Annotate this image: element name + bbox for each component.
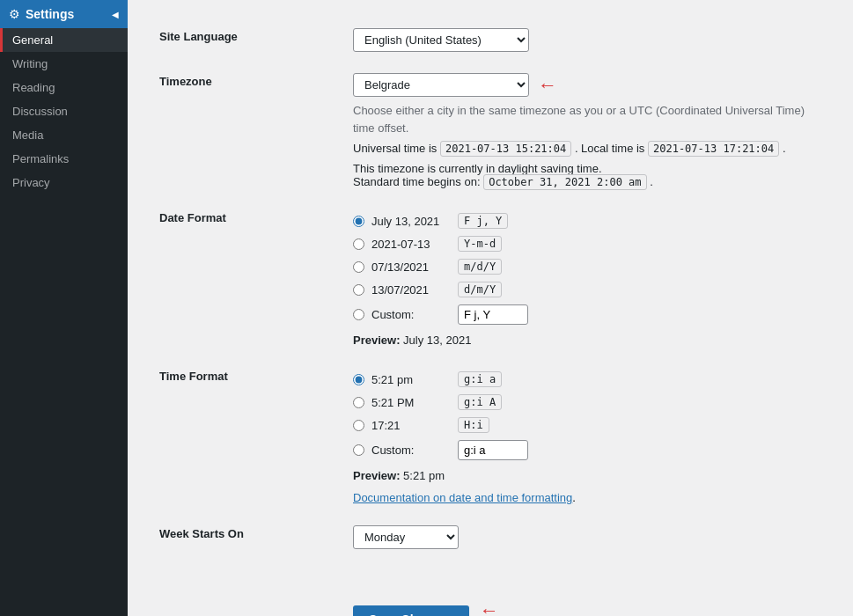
date-radio-mdy[interactable]: [353, 261, 364, 273]
timezone-value-cell: Belgrade ← Choose either a city in the s…: [348, 62, 827, 199]
timezone-label: Timezone: [154, 62, 348, 199]
date-format-options: July 13, 2021 F j, Y 2021-07-13 Y-m-d 07…: [348, 199, 827, 357]
timezone-select-row: Belgrade ←: [353, 73, 821, 97]
sidebar-item-privacy[interactable]: Privacy: [0, 171, 128, 194]
time-badge-hi: H:i: [458, 417, 489, 433]
time-radio-group: 5:21 pm g:i a 5:21 PM g:i A 17:21 H:i: [353, 371, 821, 460]
date-radio-group: July 13, 2021 F j, Y 2021-07-13 Y-m-d 07…: [353, 213, 821, 325]
date-label-dmy: 13/07/2021: [371, 283, 451, 297]
date-radio-custom[interactable]: [353, 309, 364, 320]
date-label-custom: Custom:: [371, 308, 451, 321]
utc-prefix: Universal time is: [353, 142, 437, 155]
time-format-row: Time Format 5:21 pm g:i a 5:21 PM g:i A: [154, 357, 827, 515]
sidebar-item-media[interactable]: Media: [0, 123, 128, 147]
date-label-mdy: 07/13/2021: [371, 260, 451, 274]
date-custom-input[interactable]: [458, 304, 528, 325]
time-format-options: 5:21 pm g:i a 5:21 PM g:i A 17:21 H:i: [348, 357, 827, 515]
date-badge-ymd: Y-m-d: [458, 236, 502, 252]
settings-table: Site Language English (United States) Ti…: [154, 18, 827, 616]
settings-icon: ⚙: [9, 7, 20, 21]
time-radio-gia-upper[interactable]: [353, 397, 364, 408]
date-badge-dmy: d/m/Y: [458, 282, 502, 297]
time-label-gia-lower: 5:21 pm: [371, 373, 451, 386]
time-preview-value: 5:21 pm: [403, 469, 445, 482]
date-preview-value: July 13, 2021: [403, 334, 471, 347]
doc-link-suffix: .: [572, 491, 576, 504]
date-badge-fjy: F j, Y: [458, 213, 508, 229]
doc-link[interactable]: Documentation on date and time formattin…: [353, 491, 572, 504]
site-language-select[interactable]: English (United States): [353, 28, 529, 52]
daylight-line2-suffix: .: [650, 175, 653, 188]
save-button-row: Save Changes ←: [353, 570, 821, 616]
daylight-info: This timezone is currently in daylight s…: [353, 162, 821, 188]
daylight-line2: Standard time begins on: October 31, 202…: [353, 175, 821, 188]
date-preview: Preview: July 13, 2021: [353, 334, 821, 347]
time-custom-input[interactable]: [458, 440, 528, 460]
sidebar-settings-label: Settings: [26, 7, 74, 21]
sidebar: ⚙ Settings ◀ General Writing Reading Dis…: [0, 0, 128, 616]
sidebar-submenu: General Writing Reading Discussion Media…: [0, 28, 128, 194]
utc-value: 2021-07-13 15:21:04: [440, 141, 571, 157]
sidebar-item-general[interactable]: General: [0, 28, 128, 52]
save-button[interactable]: Save Changes: [353, 605, 469, 616]
week-starts-label: Week Starts On: [154, 515, 348, 560]
site-language-label: Site Language: [154, 18, 348, 62]
main-content: Site Language English (United States) Ti…: [128, 0, 853, 616]
doc-link-row: Documentation on date and time formattin…: [353, 491, 821, 504]
time-option-custom: Custom:: [353, 440, 821, 460]
time-option-gia-upper: 5:21 PM g:i A: [353, 394, 821, 410]
time-badge-gia-lower: g:i a: [458, 371, 502, 387]
daylight-start: October 31, 2021 2:00 am: [483, 174, 646, 190]
date-radio-fjy[interactable]: [353, 216, 364, 227]
site-language-row: Site Language English (United States): [154, 18, 827, 62]
sidebar-item-writing[interactable]: Writing: [0, 52, 128, 76]
time-label-hi: 17:21: [371, 419, 451, 432]
week-starts-select[interactable]: Sunday Monday Tuesday Wednesday Thursday…: [353, 525, 459, 549]
utc-local-line: Universal time is 2021-07-13 15:21:04 . …: [353, 142, 821, 155]
time-preview-prefix: Preview:: [353, 469, 400, 482]
sidebar-item-discussion[interactable]: Discussion: [0, 99, 128, 123]
timezone-hint: Choose either a city in the same timezon…: [353, 102, 821, 136]
date-format-row: Date Format July 13, 2021 F j, Y 2021-07…: [154, 199, 827, 357]
date-option-ymd: 2021-07-13 Y-m-d: [353, 236, 821, 252]
timezone-arrow-indicator: ←: [538, 76, 557, 95]
timezone-row: Timezone Belgrade ← Choose either a city…: [154, 62, 827, 199]
daylight-line1: This timezone is currently in daylight s…: [353, 162, 821, 175]
date-preview-prefix: Preview:: [353, 334, 400, 347]
date-label-ymd: 2021-07-13: [371, 238, 451, 251]
time-radio-gia-lower[interactable]: [353, 374, 364, 385]
date-format-label: Date Format: [154, 199, 348, 357]
local-value: 2021-07-13 17:21:04: [648, 141, 779, 157]
time-badge-gia-upper: g:i A: [458, 394, 502, 410]
sidebar-item-reading[interactable]: Reading: [0, 76, 128, 99]
time-radio-hi[interactable]: [353, 420, 364, 431]
date-label-fjy: July 13, 2021: [371, 215, 451, 228]
time-format-label: Time Format: [154, 357, 348, 515]
time-label-custom: Custom:: [371, 444, 451, 457]
time-preview: Preview: 5:21 pm: [353, 469, 821, 482]
save-row: Save Changes ←: [154, 560, 827, 616]
time-radio-custom[interactable]: [353, 444, 364, 456]
date-radio-ymd[interactable]: [353, 238, 364, 250]
date-option-fjy: July 13, 2021 F j, Y: [353, 213, 821, 229]
local-suffix: .: [783, 142, 786, 155]
date-radio-dmy[interactable]: [353, 284, 364, 296]
daylight-line2-prefix: Standard time begins on:: [353, 175, 481, 188]
save-arrow-indicator: ←: [480, 601, 499, 616]
timezone-select[interactable]: Belgrade: [353, 73, 529, 97]
site-language-value-cell: English (United States): [348, 18, 827, 62]
local-prefix: . Local time is: [575, 142, 644, 155]
date-option-dmy: 13/07/2021 d/m/Y: [353, 282, 821, 297]
time-label-gia-upper: 5:21 PM: [371, 396, 451, 409]
time-option-gia-lower: 5:21 pm g:i a: [353, 371, 821, 387]
time-option-hi: 17:21 H:i: [353, 417, 821, 433]
date-option-custom: Custom:: [353, 304, 821, 325]
week-starts-value-cell: Sunday Monday Tuesday Wednesday Thursday…: [348, 515, 827, 560]
week-starts-row: Week Starts On Sunday Monday Tuesday Wed…: [154, 515, 827, 560]
sidebar-item-permalinks[interactable]: Permalinks: [0, 147, 128, 171]
date-option-mdy: 07/13/2021 m/d/Y: [353, 259, 821, 275]
collapse-arrow-icon: ◀: [112, 10, 119, 19]
sidebar-settings-menu[interactable]: ⚙ Settings ◀: [0, 0, 128, 28]
date-badge-mdy: m/d/Y: [458, 259, 502, 275]
